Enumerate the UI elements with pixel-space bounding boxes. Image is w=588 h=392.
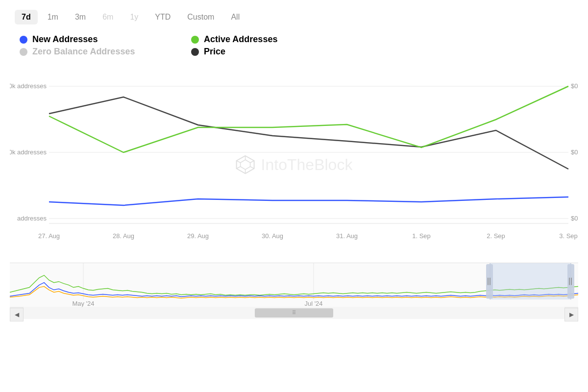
legend-dot-new-addresses xyxy=(20,36,27,44)
svg-text:Jul '24: Jul '24 xyxy=(304,300,322,307)
time-btn-1m[interactable]: 1m xyxy=(41,10,65,24)
legend-label-price: Price xyxy=(204,47,225,57)
navigator-svg: May '24 Jul '24 xyxy=(10,263,578,321)
svg-rect-31 xyxy=(490,263,571,299)
legend-zero-balance[interactable]: Zero Balance Addresses xyxy=(20,47,181,57)
legend-dot-zero-balance xyxy=(20,48,27,56)
time-btn-3m[interactable]: 3m xyxy=(68,10,93,24)
svg-text:80k addresses: 80k addresses xyxy=(10,82,47,90)
svg-text:$0.006600: $0.006600 xyxy=(571,215,578,222)
scroll-left-button[interactable]: ◀ xyxy=(10,308,24,321)
svg-text:31. Aug: 31. Aug xyxy=(336,232,358,240)
svg-text:30. Aug: 30. Aug xyxy=(262,232,283,240)
svg-text:40k addresses: 40k addresses xyxy=(10,148,47,156)
legend-label-new-addresses: New Addresses xyxy=(32,34,98,45)
legend-dot-active-addresses xyxy=(191,36,199,44)
time-btn-ytd[interactable]: YTD xyxy=(148,10,177,24)
time-btn-custom[interactable]: Custom xyxy=(180,10,221,24)
svg-text:29. Aug: 29. Aug xyxy=(187,232,209,240)
chart-legend: New Addresses Active Addresses Zero Bala… xyxy=(10,34,353,57)
svg-text:$0.007800: $0.007800 xyxy=(571,148,578,156)
legend-price[interactable]: Price xyxy=(191,47,353,57)
svg-rect-37 xyxy=(567,264,574,298)
scroll-right-button[interactable]: ▶ xyxy=(564,308,578,321)
svg-text:addresses: addresses xyxy=(17,215,47,222)
svg-text:28. Aug: 28. Aug xyxy=(113,232,134,240)
svg-text:3. Sep: 3. Sep xyxy=(559,232,578,240)
svg-text:2. Sep: 2. Sep xyxy=(487,232,505,240)
chart-svg: 80k addresses 40k addresses addresses $0… xyxy=(10,72,578,258)
time-btn-7d[interactable]: 7d xyxy=(15,10,38,24)
legend-active-addresses[interactable]: Active Addresses xyxy=(191,34,353,45)
svg-text:27. Aug: 27. Aug xyxy=(38,232,60,240)
svg-text:1. Sep: 1. Sep xyxy=(412,232,431,240)
time-btn-1y: 1y xyxy=(123,10,145,24)
chart-container: 7d 1m 3m 6m 1y YTD Custom All New Addres… xyxy=(0,0,588,392)
legend-dot-price xyxy=(191,48,199,56)
time-btn-all[interactable]: All xyxy=(224,10,246,24)
time-range-selector: 7d 1m 3m 6m 1y YTD Custom All xyxy=(10,10,578,24)
svg-text:$0.009000: $0.009000 xyxy=(571,82,578,90)
legend-label-active-addresses: Active Addresses xyxy=(204,34,277,45)
main-chart: IntoTheBlock 80k addresses 40k addresses… xyxy=(10,72,578,258)
svg-text:May '24: May '24 xyxy=(72,300,94,307)
legend-new-addresses[interactable]: New Addresses xyxy=(20,34,181,45)
time-btn-6m: 6m xyxy=(96,10,120,24)
svg-rect-34 xyxy=(486,264,493,298)
legend-label-zero-balance: Zero Balance Addresses xyxy=(32,47,135,57)
navigator-area: May '24 Jul '24 xyxy=(10,263,578,321)
svg-text:⠿: ⠿ xyxy=(292,310,296,316)
